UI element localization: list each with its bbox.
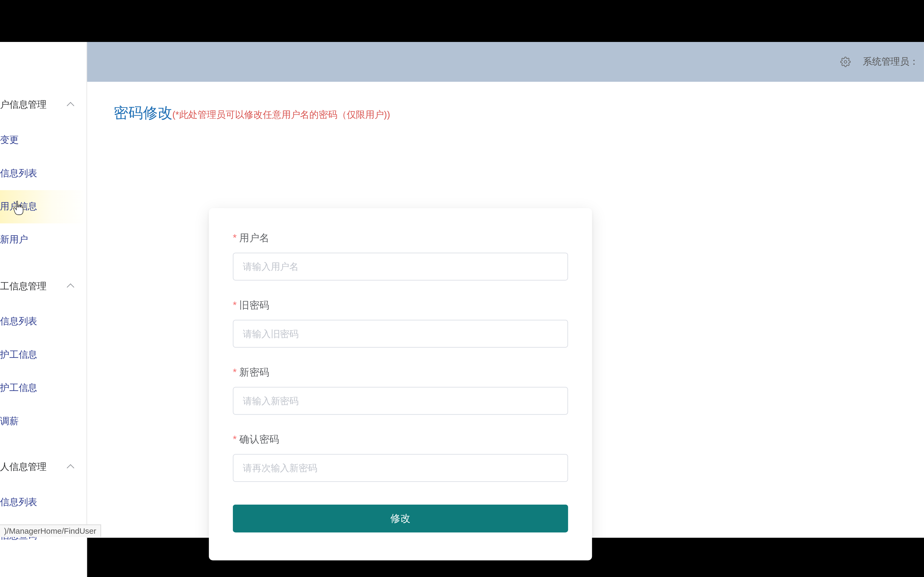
sidebar-item-label: 新用户 (0, 234, 28, 246)
new-password-label: *新密码 (233, 366, 568, 379)
sidebar-item-salary-adjust[interactable]: 调薪 (0, 405, 86, 438)
required-mark: * (233, 433, 237, 445)
sidebar-item-label: 调薪 (0, 415, 19, 427)
sidebar-item-label: 变更 (0, 134, 19, 147)
username-input[interactable] (233, 253, 568, 280)
required-mark: * (233, 232, 237, 243)
status-bar-url: )/ManagerHome/FindUser (0, 524, 101, 537)
chevron-up-icon (66, 101, 74, 109)
label-text: 用户名 (239, 232, 269, 243)
sidebar-item-label: 用户信息 (0, 201, 37, 213)
svg-point-0 (844, 61, 847, 63)
page-heading: 密码修改(*此处管理员可以修改任意用户名的密码（仅限用户)) (114, 103, 897, 123)
required-mark: * (233, 299, 237, 310)
sidebar-group-user-info[interactable]: 户信息管理 (0, 87, 86, 124)
form-group-old-password: *旧密码 (233, 299, 568, 348)
sidebar-item-label: 信息列表 (0, 316, 37, 328)
page-title-note: (*此处管理员可以修改任意用户名的密码（仅限用户)) (172, 109, 390, 120)
username-label: *用户名 (233, 232, 568, 245)
form-group-new-password: *新密码 (233, 366, 568, 415)
page-title: 密码修改 (114, 105, 172, 121)
sidebar-item-caregiver-info-2[interactable]: 护工信息 (0, 372, 86, 405)
required-mark: * (233, 366, 237, 377)
chevron-up-icon (66, 463, 74, 471)
confirm-password-label: *确认密码 (233, 433, 568, 446)
old-password-label: *旧密码 (233, 299, 568, 312)
label-text: 新密码 (239, 366, 269, 377)
sidebar-group-worker-info[interactable]: 工信息管理 (0, 268, 86, 305)
sidebar-item-info-list[interactable]: 信息列表 (0, 157, 86, 190)
new-password-input[interactable] (233, 387, 568, 414)
sidebar-item-caregiver-info[interactable]: 护工信息 (0, 338, 86, 372)
label-text: 旧密码 (239, 299, 269, 310)
sidebar-item-label: 护工信息 (0, 382, 37, 394)
label-text: 确认密码 (239, 433, 279, 445)
submit-button[interactable]: 修改 (233, 504, 568, 532)
sidebar-item-label: 信息列表 (0, 496, 37, 509)
header-bar: 系统管理员： (87, 42, 924, 82)
sidebar-item-change[interactable]: 变更 (0, 124, 86, 157)
sidebar-item-label: 护工信息 (0, 349, 37, 361)
sidebar-group-label: 户信息管理 (0, 99, 47, 111)
chevron-up-icon (66, 283, 74, 291)
old-password-input[interactable] (233, 320, 568, 348)
form-group-confirm-password: *确认密码 (233, 433, 568, 482)
admin-label: 系统管理员： (863, 56, 919, 68)
sidebar-item-label: 信息列表 (0, 168, 37, 179)
confirm-password-input[interactable] (233, 454, 568, 482)
sidebar-group-person-info[interactable]: 人信息管理 (0, 449, 86, 486)
form-group-username: *用户名 (233, 232, 568, 281)
password-change-card: *用户名 *旧密码 *新密码 *确认密码 修改 (209, 208, 592, 561)
sidebar-group-label: 人信息管理 (0, 461, 47, 473)
sidebar-item-worker-list[interactable]: 信息列表 (0, 305, 86, 338)
gear-icon[interactable] (840, 56, 851, 67)
sidebar-group-label: 工信息管理 (0, 280, 47, 292)
sidebar-item-person-list[interactable]: 信息列表 (0, 486, 86, 519)
sidebar-item-new-user[interactable]: 新用户 (0, 223, 86, 256)
sidebar: 户信息管理 变更 信息列表 用户信息 新用户 工信息管理 信息列表 护工信息 (0, 42, 87, 577)
sidebar-item-user-info[interactable]: 用户信息 (0, 190, 86, 223)
